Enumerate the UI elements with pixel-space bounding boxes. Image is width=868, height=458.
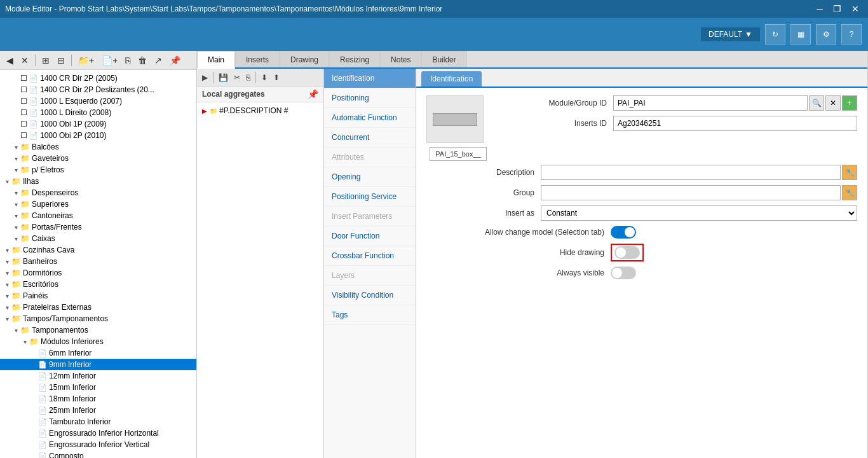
tree-item[interactable]: ▾📁Cantoneiras	[0, 210, 196, 221]
group-btn[interactable]: 🔧	[842, 185, 857, 200]
tree-item[interactable]: ☐📄1400 CR Dir 2P Deslizantes (20...	[0, 84, 196, 95]
id-fields-section: Module/Group ID 🔍 ✕ + Inserts I	[499, 95, 857, 136]
back-button[interactable]: ◀	[4, 54, 16, 67]
module-group-id-clear-btn[interactable]: ✕	[825, 95, 841, 111]
tree-item[interactable]: ▾📁Painéis	[0, 290, 196, 302]
module-group-id-search-btn[interactable]: 🔍	[809, 95, 824, 111]
delete-button[interactable]: 🗑	[135, 54, 149, 67]
always-visible-row: Always visible	[426, 267, 857, 279]
menu-item-positioning-service[interactable]: Positioning Service	[324, 187, 416, 207]
folder-icon: 📁	[11, 291, 21, 300]
allow-change-model-label: Allow change model (Selection tab)	[426, 228, 611, 237]
tree-item[interactable]: ▾📁Caixas	[0, 233, 196, 244]
file-add-button[interactable]: 📄+	[99, 54, 120, 67]
refresh-button[interactable]: ↻	[765, 24, 785, 45]
tree-item[interactable]: ▾📁Tamponamentos	[0, 324, 196, 336]
tree-item[interactable]: ☐📄1000 Obi 2P (2010)	[0, 130, 196, 141]
menu-item-opening[interactable]: Opening	[324, 167, 416, 187]
menu-item-door-function[interactable]: Door Function	[324, 226, 416, 246]
tree-item[interactable]: 📄12mm Inferior	[0, 370, 196, 382]
tree-item[interactable]: ▾📁Tampos/Tamponamentos	[0, 313, 196, 324]
agg-copy2-button[interactable]: ⎘	[244, 72, 252, 83]
tree-item-label: Engrossurado Inferior Horizontal	[49, 429, 159, 438]
tree-item[interactable]: ▾📁Despenseiros	[0, 187, 196, 198]
always-visible-toggle[interactable]	[611, 267, 636, 279]
tab-resizing[interactable]: Resizing	[329, 51, 380, 67]
tree-item[interactable]: ▾📁Portas/Frentes	[0, 221, 196, 233]
tab-inserts[interactable]: Inserts	[235, 51, 280, 67]
tab-builder[interactable]: Builder	[421, 51, 466, 67]
menu-item-concurrent[interactable]: Concurrent	[324, 128, 416, 148]
close-button[interactable]: ✕	[848, 3, 863, 15]
tree-item-label: Prateleiras Externas	[23, 303, 92, 312]
pin-button[interactable]: 📌	[167, 54, 183, 67]
tree-item[interactable]: ▾📁Ilhas	[0, 176, 196, 187]
tree-item[interactable]: ▾📁Módulos Inferiores	[0, 336, 196, 347]
tree-item[interactable]: ▾📁Cozinhas Cava	[0, 244, 196, 256]
module-group-id-input[interactable]	[613, 95, 808, 111]
tree-item[interactable]: 📄Tamburato Inferior	[0, 416, 196, 427]
restore-button[interactable]: ❐	[829, 3, 845, 15]
tree-item[interactable]: 📄6mm Inferior	[0, 347, 196, 359]
tree-item[interactable]: ▾📁Escritórios	[0, 279, 196, 290]
move-button[interactable]: ↗	[152, 54, 165, 67]
description-input[interactable]	[541, 165, 841, 180]
close-tree-button[interactable]: ✕	[18, 54, 31, 67]
help-button[interactable]: ?	[841, 24, 862, 45]
tree-item[interactable]: 📄Engrossurado Inferior Vertical	[0, 439, 196, 450]
tree-item[interactable]: ▾📁Superiores	[0, 198, 196, 210]
agg-add-button[interactable]: ▶	[200, 72, 210, 83]
group-input[interactable]	[541, 185, 841, 200]
tree-item[interactable]: ▾📁Prateleiras Externas	[0, 302, 196, 313]
tree-item[interactable]: ☐📄1000 L Esquerdo (2007)	[0, 95, 196, 107]
agg-tree-root[interactable]: ▶ 📁 #P.DESCRIPTION #	[200, 105, 321, 116]
insert-as-select[interactable]: Constant Variable	[541, 205, 857, 221]
agg-import-button[interactable]: ⬇	[259, 72, 269, 83]
tree-item[interactable]: ▾📁Gaveteiros	[0, 153, 196, 164]
tree-item[interactable]: 📄25mm Inferior	[0, 405, 196, 416]
tab-main[interactable]: Main	[197, 51, 235, 69]
module-group-id-add-btn[interactable]: +	[842, 95, 857, 111]
tree-item[interactable]: 📄9mm Inferior	[0, 359, 196, 370]
tree-item[interactable]: ▾📁Dormitórios	[0, 267, 196, 279]
agg-cut-button[interactable]: ✂	[232, 72, 242, 83]
tab-drawing[interactable]: Drawing	[280, 51, 329, 67]
agg-expand-icon: ▶	[202, 108, 207, 114]
settings-button[interactable]: ⚙	[816, 24, 836, 45]
tree-item[interactable]: ☐📄1000 Obi 1P (2009)	[0, 118, 196, 130]
default-button[interactable]: DEFAULT ▼	[701, 27, 760, 41]
tree-item[interactable]: ▾📁Banheiros	[0, 256, 196, 267]
menu-item-tags[interactable]: Tags	[324, 305, 416, 325]
tree-item[interactable]: 📄18mm Inferior	[0, 393, 196, 405]
tree-item[interactable]: 📄Composto	[0, 450, 196, 458]
menu-item-identification[interactable]: Identification	[324, 69, 416, 88]
tree-item[interactable]: 📄Engrossurado Inferior Horizontal	[0, 427, 196, 439]
aggregate-pin-icon[interactable]: 📌	[308, 89, 318, 99]
fold-button[interactable]: ⊞	[39, 54, 52, 67]
allow-change-model-toggle[interactable]	[611, 226, 636, 239]
folder-add-button[interactable]: 📁+	[76, 54, 97, 67]
tree-item[interactable]: 📄15mm Inferior	[0, 382, 196, 393]
agg-save-button[interactable]: 💾	[217, 72, 230, 83]
aggregate-panel: ▶ 💾 ✂ ⎘ ⬇ ⬆ Local aggregates 📌 ▶ 📁	[197, 69, 324, 458]
unfold-button[interactable]: ⊟	[55, 54, 67, 67]
tree-item[interactable]: ☐📄1000 L Direito (2008)	[0, 107, 196, 118]
grid-button[interactable]: ▦	[790, 24, 811, 45]
tree-item[interactable]: ▾📁Balcões	[0, 141, 196, 153]
menu-item-automatic-function[interactable]: Automatic Function	[324, 108, 416, 128]
minimize-button[interactable]: ─	[813, 3, 827, 15]
id-tab-identification[interactable]: Identification	[421, 71, 482, 87]
inserts-id-input[interactable]	[613, 116, 857, 131]
copy-button[interactable]: ⎘	[123, 54, 133, 67]
menu-item-positioning[interactable]: Positioning	[324, 88, 416, 108]
menu-item-crossbar-function[interactable]: Crossbar Function	[324, 246, 416, 266]
agg-export-button[interactable]: ⬆	[271, 72, 281, 83]
hide-drawing-toggle[interactable]	[614, 246, 640, 259]
menu-item-visibility-condition[interactable]: Visibility Condition	[324, 286, 416, 305]
checkbox-icon: ☐	[20, 108, 29, 117]
tree-item[interactable]: ▾📁p/ Eletros	[0, 164, 196, 176]
tree-item[interactable]: ☐📄1400 CR Dir 2P (2005)	[0, 73, 196, 84]
description-btn[interactable]: 🔧	[842, 165, 857, 180]
folder-icon: 📁	[20, 165, 30, 174]
tab-notes[interactable]: Notes	[380, 51, 421, 67]
